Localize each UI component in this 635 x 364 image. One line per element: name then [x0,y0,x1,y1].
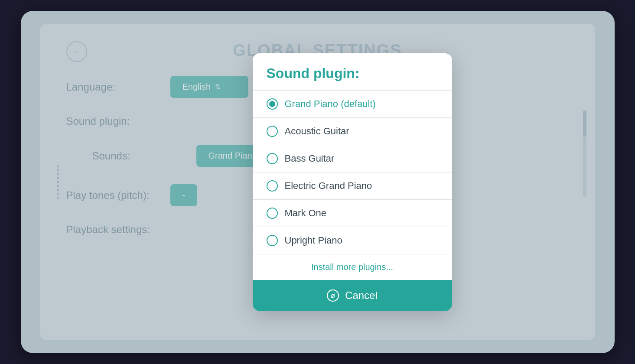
radio-grand-piano [267,98,278,110]
radio-upright-piano [267,235,278,246]
option-mark-one[interactable]: Mark One [253,199,452,227]
cancel-icon: ⌀ [327,289,339,302]
sound-plugin-modal: Sound plugin: Grand Piano (default) Acou… [253,53,452,311]
option-label-bass-guitar: Bass Guitar [285,153,335,164]
option-grand-piano[interactable]: Grand Piano (default) [253,90,452,117]
modal-options-list: Grand Piano (default) Acoustic Guitar Ba… [253,90,452,254]
option-upright-piano[interactable]: Upright Piano [253,227,452,254]
radio-bass-guitar [267,153,278,164]
modal-title: Sound plugin: [267,65,360,81]
radio-electric-grand-piano [267,180,278,192]
radio-mark-one [267,208,278,219]
radio-inner-grand-piano [269,101,275,107]
option-electric-grand-piano[interactable]: Electric Grand Piano [253,172,452,199]
modal-overlay: Sound plugin: Grand Piano (default) Acou… [40,24,595,340]
option-label-electric-grand-piano: Electric Grand Piano [285,180,372,192]
install-more-link[interactable]: Install more plugins... [253,254,452,280]
tablet-frame: ← GLOBAL SETTINGS Language: English ⇅ So… [21,11,615,353]
option-label-grand-piano: Grand Piano (default) [285,98,376,110]
cancel-label: Cancel [345,289,378,302]
option-label-mark-one: Mark One [285,208,327,219]
cancel-button[interactable]: ⌀ Cancel [253,280,452,311]
option-label-acoustic-guitar: Acoustic Guitar [285,126,349,137]
option-acoustic-guitar[interactable]: Acoustic Guitar [253,117,452,145]
modal-header: Sound plugin: [253,53,452,90]
option-bass-guitar[interactable]: Bass Guitar [253,145,452,172]
option-label-upright-piano: Upright Piano [285,235,342,246]
tablet-inner: ← GLOBAL SETTINGS Language: English ⇅ So… [40,24,595,340]
radio-acoustic-guitar [267,126,278,137]
